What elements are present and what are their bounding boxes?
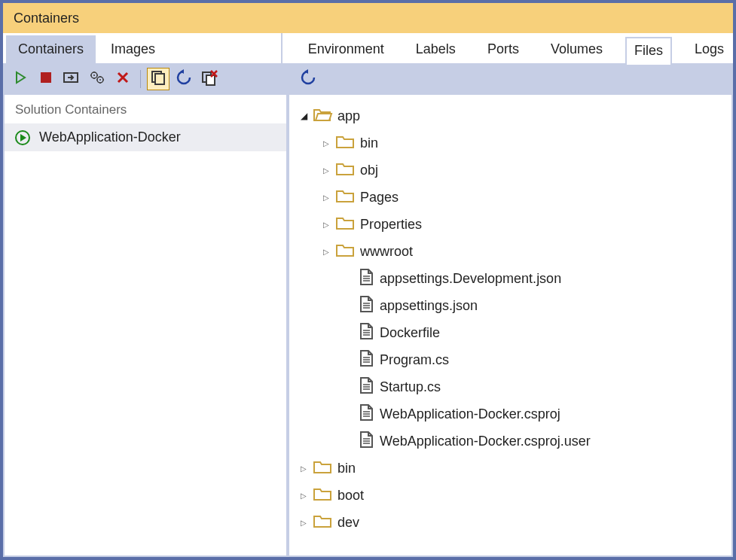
container-item[interactable]: WebApplication-Docker [5,123,286,151]
folder-icon [336,215,354,234]
tree-folder[interactable]: ▷bin [319,129,724,157]
tree-node-label: Properties [360,217,422,233]
settings-icon [90,71,105,87]
folder-icon [336,161,354,180]
titlebar: Containers [3,3,733,33]
svg-rect-9 [206,75,215,85]
tree-file[interactable]: WebApplication-Docker.csproj [342,400,724,428]
tree-node-label: Pages [360,190,399,205]
refresh-button[interactable] [297,68,319,90]
chevron-right-icon[interactable]: ▷ [319,221,333,229]
refresh-button[interactable] [173,68,195,90]
tree-folder[interactable]: ▷wwwroot [319,238,724,265]
file-icon [359,377,374,397]
file-icon [359,296,374,316]
left-toolbar [3,63,286,95]
folder-icon [336,242,354,261]
tab-ports[interactable]: Ports [478,35,528,63]
attach-icon [63,72,80,87]
delete-icon [116,71,130,87]
tree-file[interactable]: appsettings.json [342,292,724,319]
tree-node-label: dev [337,515,359,531]
settings-button[interactable] [86,68,108,90]
container-name: WebApplication-Docker [39,129,181,145]
folder-icon [313,486,331,505]
chevron-right-icon[interactable]: ▷ [297,464,310,473]
chevron-right-icon[interactable]: ▷ [319,139,333,148]
tree-folder[interactable]: ▷Properties [319,211,724,238]
tree-node-label: bin [337,461,356,476]
running-icon [15,130,30,145]
copy-button[interactable] [147,68,169,90]
chevron-right-icon[interactable]: ▷ [319,193,333,202]
tree-node-label: boot [337,488,364,504]
tree-node-label: appsettings.Development.json [380,271,561,287]
tree-node-label: wwwroot [360,244,413,260]
tree-node-label: app [337,108,360,124]
prune-button[interactable] [198,68,221,90]
left-panel: Solution Containers WebApplication-Docke… [3,63,288,557]
tree-node-label: Dockerfile [380,325,440,341]
folder-icon [336,188,354,207]
tab-logs[interactable]: Logs [686,35,733,63]
tab-files[interactable]: Files [625,37,672,65]
tree-node-label: obj [360,163,378,178]
tab-volumes[interactable]: Volumes [542,35,612,63]
folder-icon [313,459,331,478]
tree-file[interactable]: appsettings.Development.json [342,265,724,292]
tree-node-label: appsettings.json [380,298,478,314]
attach-button[interactable] [60,68,83,90]
tab-images[interactable]: Images [99,35,167,63]
tab-containers[interactable]: Containers [6,35,96,63]
tree-file[interactable]: Dockerfile [342,319,724,346]
file-icon [359,350,374,370]
delete-button[interactable] [111,68,134,90]
start-icon [14,71,27,87]
file-icon [359,404,374,425]
svg-rect-7 [155,74,164,84]
tree-node-label: WebApplication-Docker.csproj.user [380,434,591,449]
refresh-icon [300,69,316,89]
tree-folder[interactable]: ▷boot [297,482,724,509]
tree-node-label: Program.cs [380,352,449,368]
refresh-icon [176,69,192,89]
tree-folder[interactable]: ▷bin [297,455,724,482]
toolbar-separator [140,70,141,88]
tree-folder[interactable]: ◢app [297,102,724,129]
tree-node-label: WebApplication-Docker.csproj [380,406,560,422]
stop-button[interactable] [35,68,57,90]
svg-point-5 [99,79,101,81]
copy-icon [150,69,166,89]
stop-icon [40,72,52,87]
folder-icon [313,513,331,532]
chevron-right-icon[interactable]: ▷ [297,519,310,527]
prune-icon [200,69,218,89]
folder-icon [336,134,354,153]
svg-rect-0 [41,72,51,83]
tab-environment[interactable]: Environment [299,35,393,63]
tree-folder[interactable]: ▷Pages [319,184,724,211]
file-icon [359,269,374,289]
folder-open-icon [313,107,331,126]
tree-file[interactable]: Startup.cs [342,373,724,400]
tree-node-label: bin [360,135,378,151]
chevron-right-icon[interactable]: ▷ [319,248,333,256]
tree-file[interactable]: Program.cs [342,346,724,373]
chevron-down-icon[interactable]: ◢ [297,111,310,121]
tab-strip: ContainersImages EnvironmentLabelsPortsV… [3,33,733,63]
tree-node-label: Startup.cs [380,379,441,395]
window-title: Containers [14,11,79,26]
chevron-right-icon[interactable]: ▷ [297,492,310,500]
section-header-solution-containers: Solution Containers [5,95,286,123]
tab-labels[interactable]: Labels [407,35,465,63]
file-icon [359,323,374,343]
file-tree: ◢app▷bin▷obj▷Pages▷Properties▷wwwrootapp… [288,95,733,557]
file-icon [359,431,374,452]
tree-folder[interactable]: ▷dev [297,509,724,536]
right-panel: ◢app▷bin▷obj▷Pages▷Properties▷wwwrootapp… [286,63,733,557]
chevron-right-icon[interactable]: ▷ [319,166,333,175]
tree-file[interactable]: WebApplication-Docker.csproj.user [342,428,724,455]
tree-folder[interactable]: ▷obj [319,157,724,184]
start-button[interactable] [9,68,32,90]
right-toolbar [288,63,733,95]
